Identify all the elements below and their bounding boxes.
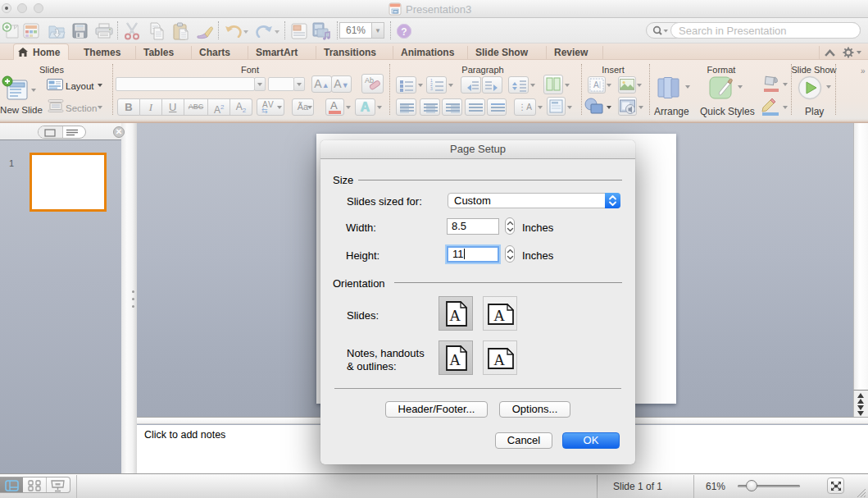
svg-text:A: A (493, 351, 505, 368)
svg-text:A: A (449, 307, 461, 324)
svg-text:A: A (493, 307, 505, 324)
svg-text:A: A (593, 80, 599, 89)
svg-text:Ab: Ab (365, 76, 374, 85)
svg-text:?: ? (401, 26, 407, 38)
svg-text:A: A (449, 351, 461, 368)
